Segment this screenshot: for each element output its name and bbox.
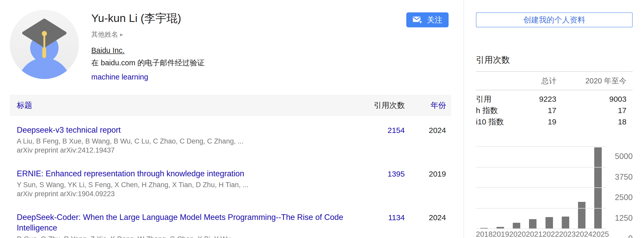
scholar-avatar-icon [10, 10, 79, 79]
chart-bar-2020[interactable] [513, 223, 520, 229]
article-venue: arXiv preprint arXiv:2412.19437 [17, 146, 355, 155]
articles-table: 标题 引用次数 年份 Deepseek-v3 technical report … [10, 95, 451, 238]
citation-metric-label[interactable]: h 指数 [476, 105, 518, 116]
article-year: 2019 [405, 168, 446, 199]
chart-bar-2021[interactable] [529, 219, 536, 229]
citation-metric-row: 引用 9223 9003 [476, 93, 633, 105]
citation-metric-all: 17 [518, 105, 556, 116]
citation-metric-row: i10 指数 19 18 [476, 116, 633, 128]
chart-bar-2025[interactable] [594, 147, 602, 229]
article-list: Deepseek-v3 technical report A Liu, B Fe… [10, 116, 451, 238]
sort-by-citations-header[interactable]: 引用次数 [358, 100, 405, 111]
article-row: DeepSeek-Coder: When the Large Language … [10, 203, 451, 238]
profile-header: Yu-kun Li (李宇琨) 其他姓名 ▸ Baidu Inc. 在 baid… [10, 10, 451, 81]
articles-table-header: 标题 引用次数 年份 [10, 95, 451, 116]
affiliation: Baidu Inc. [91, 46, 406, 55]
citation-metric-label[interactable]: i10 指数 [476, 116, 518, 128]
chart-year-label: 2024 [576, 230, 592, 238]
avatar [10, 10, 79, 79]
article-row: Deepseek-v3 technical report A Liu, B Fe… [10, 116, 451, 160]
follow-button[interactable]: 关注 [406, 12, 449, 27]
article-venue: arXiv preprint arXiv:1904.09223 [17, 189, 355, 199]
citation-metric-since: 17 [556, 105, 626, 116]
article-year: 2024 [405, 212, 446, 238]
col-header-since-2020: 2020 年至今 [556, 76, 626, 86]
follow-button-label: 关注 [427, 15, 442, 25]
article-row: ERNIE: Enhanced representation through k… [10, 160, 451, 203]
citations-stats-rows: 引用 9223 9003 h 指数 17 17 i10 指数 19 18 [476, 93, 633, 128]
citation-metric-since: 9003 [556, 93, 626, 105]
article-authors: A Liu, B Feng, B Xue, B Wang, B Wu, C Lu… [17, 137, 355, 146]
profile-info: Yu-kun Li (李宇琨) 其他姓名 ▸ Baidu Inc. 在 baid… [91, 10, 406, 81]
chart-gridline [476, 146, 606, 147]
article-authors: D Guo, Q Zhu, D Yang, Z Xie, K Dong, W Z… [17, 235, 355, 238]
article-citation-count-link[interactable]: 2154 [387, 126, 405, 134]
chart-ytick-label: 0 [608, 234, 633, 238]
chart-ytick-label: 2500 [608, 193, 633, 202]
main-column: Yu-kun Li (李宇琨) 其他姓名 ▸ Baidu Inc. 在 baid… [0, 0, 464, 238]
chart-x-axis-labels: 20182019202020212022202320242025 [476, 230, 606, 238]
article-citation-count-link[interactable]: 1134 [388, 213, 405, 222]
chart-gridline [476, 167, 606, 168]
chart-ytick-label: 3750 [608, 172, 633, 182]
article-authors: Y Sun, S Wang, YK Li, S Feng, X Chen, H … [17, 180, 355, 189]
chart-bar-2022[interactable] [546, 217, 553, 229]
chart-year-label: 2020 [509, 230, 526, 238]
chart-year-label: 2019 [493, 230, 509, 238]
citations-chart: 20182019202020212022202320242025 0125025… [476, 147, 633, 238]
other-names-label: 其他姓名 [91, 30, 118, 39]
create-profile-button[interactable]: 创建我的个人资料 [476, 12, 633, 27]
chart-year-label: 2018 [476, 230, 493, 238]
chart-year-label: 2025 [592, 230, 609, 238]
citations-stats-table: 总计 2020 年至今 引用 9223 9003 h 指数 17 17 i10 … [476, 71, 633, 128]
col-header-all: 总计 [518, 76, 556, 86]
chart-gridline [476, 228, 606, 229]
article-title-link[interactable]: DeepSeek-Coder: When the Large Language … [17, 213, 343, 232]
interests: machine learning [91, 73, 406, 81]
citations-stats-header: 总计 2020 年至今 [476, 72, 633, 90]
chart-plot-area [476, 147, 606, 229]
chart-year-label: 2021 [526, 230, 543, 238]
citation-metric-label[interactable]: 引用 [476, 93, 518, 105]
follow-wrap: 关注 [406, 12, 449, 27]
chart-gridline [476, 187, 606, 188]
chart-ytick-label: 5000 [608, 152, 633, 161]
other-names-toggle[interactable]: 其他姓名 ▸ [91, 30, 123, 39]
chart-ytick-label: 1250 [608, 213, 633, 223]
citation-metric-since: 18 [556, 116, 626, 128]
chart-bar-2023[interactable] [562, 217, 569, 229]
chart-gridline [476, 208, 606, 209]
citation-metric-all: 9223 [518, 93, 556, 105]
chevron-right-icon: ▸ [120, 31, 123, 38]
follow-email-plus-icon [412, 16, 423, 24]
scholar-profile-page: Yu-kun Li (李宇琨) 其他姓名 ▸ Baidu Inc. 在 baid… [0, 0, 644, 238]
citation-metric-all: 19 [518, 116, 556, 128]
article-citation-count-link[interactable]: 1395 [387, 170, 405, 178]
article-title-link[interactable]: ERNIE: Enhanced representation through k… [17, 169, 244, 178]
chart-bar-2024[interactable] [578, 202, 585, 229]
article-year: 2024 [405, 125, 446, 155]
citation-metric-row: h 指数 17 17 [476, 105, 633, 116]
chart-year-label: 2023 [559, 230, 576, 238]
citations-heading: 引用次数 [476, 55, 633, 65]
verified-email: 在 baidu.com 的电子邮件经过验证 [91, 58, 406, 68]
chart-year-label: 2022 [542, 230, 559, 238]
article-title-link[interactable]: Deepseek-v3 technical report [17, 125, 121, 134]
affiliation-link[interactable]: Baidu Inc. [91, 46, 125, 54]
profile-name: Yu-kun Li (李宇琨) [91, 11, 406, 26]
sidebar: 创建我的个人资料 引用次数 总计 2020 年至今 引用 9223 9003 h… [464, 0, 644, 238]
sort-by-year-link[interactable]: 年份 [431, 101, 446, 109]
interest-link-machine-learning[interactable]: machine learning [91, 73, 148, 81]
sort-by-title-link[interactable]: 标题 [17, 101, 32, 109]
